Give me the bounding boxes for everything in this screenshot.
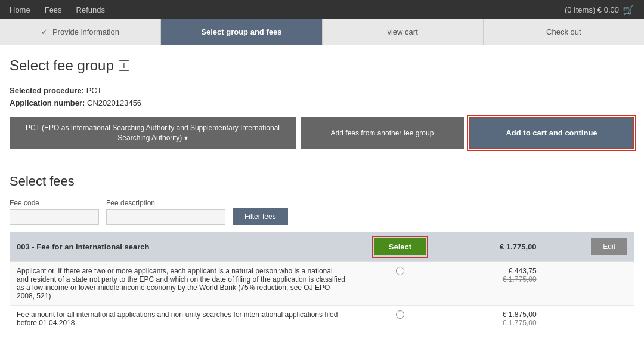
sub-price: € 443,75 xyxy=(454,267,537,275)
procedure-label: Selected procedure: xyxy=(10,86,84,95)
page-title-row: Select fee group i xyxy=(10,57,634,74)
filter-fees-button[interactable]: Filter fees xyxy=(233,208,288,225)
sub-row2-empty xyxy=(544,305,634,332)
step-view-cart-label: view cart xyxy=(387,27,417,36)
fee-description-group: Fee description xyxy=(106,199,225,225)
fee-select-cell: Select xyxy=(353,232,447,262)
sub2-strike-price: € 1.775,00 xyxy=(454,319,537,327)
app-num-value: CN2020123456 xyxy=(87,98,141,107)
sub-row-empty xyxy=(544,261,634,305)
main-content: Select fee group i Selected procedure: P… xyxy=(0,45,644,342)
fee-group-row: PCT (EPO as International Searching Auth… xyxy=(10,117,634,149)
table-row: Applicant or, if there are two or more a… xyxy=(10,261,634,305)
nav-links: Home Fees Refunds xyxy=(10,2,105,18)
select-fees-title: Select fees xyxy=(10,174,634,189)
sub-row-prices: € 443,75 € 1.775,00 xyxy=(447,261,544,305)
sub2-price: € 1.875,00 xyxy=(454,310,537,319)
sub-row2-prices: € 1.875,00 € 1.775,00 xyxy=(447,305,544,332)
cart-amount: (0 Items) € 0,00 xyxy=(565,5,619,14)
step-select-group-fees-label: Select group and fees xyxy=(201,27,281,36)
fee-edit-cell: Edit xyxy=(544,232,634,262)
cart-info: (0 Items) € 0,00 🛒 xyxy=(565,4,634,16)
step-view-cart[interactable]: view cart xyxy=(323,19,484,45)
divider xyxy=(10,164,634,164)
sub-row2-radio-cell xyxy=(353,305,447,332)
fee-description-label: Fee description xyxy=(106,199,225,207)
info-icon[interactable]: i xyxy=(119,60,129,71)
step-check-out[interactable]: Check out xyxy=(484,19,644,45)
add-fees-button[interactable]: Add fees from another fee group xyxy=(301,117,464,149)
app-num-label: Application number: xyxy=(10,98,85,107)
page-title: Select fee group xyxy=(10,57,114,74)
meta-section: Selected procedure: PCT Application numb… xyxy=(10,86,634,107)
fee-code-group: Fee code xyxy=(10,199,99,225)
nav-fees[interactable]: Fees xyxy=(45,2,62,18)
nav-home[interactable]: Home xyxy=(10,2,30,18)
cart-icon[interactable]: 🛒 xyxy=(623,4,634,16)
fee-table: 003 - Fee for an international search Se… xyxy=(10,232,634,332)
nav-refunds[interactable]: Refunds xyxy=(76,2,105,18)
step-provide-info[interactable]: ✓ Provide information xyxy=(0,19,161,45)
add-to-cart-button[interactable]: Add to cart and continue xyxy=(469,117,634,149)
radio-button[interactable] xyxy=(396,267,404,275)
table-row: Fee amount for all international applica… xyxy=(10,305,634,332)
edit-button[interactable]: Edit xyxy=(591,238,627,255)
step-checkmark: ✓ xyxy=(41,27,48,36)
step-provide-info-label: Provide information xyxy=(52,27,119,36)
procedure-row: Selected procedure: PCT xyxy=(10,86,634,95)
fee-filter-row: Fee code Fee description Filter fees xyxy=(10,199,634,225)
fee-code-label: Fee code xyxy=(10,199,99,207)
sub-strike-price: € 1.775,00 xyxy=(454,275,537,284)
sub-row-description: Applicant or, if there are two or more a… xyxy=(10,261,353,305)
fee-price: € 1.775,00 xyxy=(447,232,544,262)
sub-row-radio-cell xyxy=(353,261,447,305)
fee-description-input[interactable] xyxy=(106,209,225,225)
sub-row2-description: Fee amount for all international applica… xyxy=(10,305,353,332)
fee-group-button[interactable]: PCT (EPO as International Searching Auth… xyxy=(10,117,296,149)
table-row: 003 - Fee for an international search Se… xyxy=(10,232,634,262)
fee-code-input[interactable] xyxy=(10,209,99,225)
step-check-out-label: Check out xyxy=(546,27,581,36)
procedure-value: PCT xyxy=(86,86,102,95)
select-button[interactable]: Select xyxy=(374,238,426,255)
top-navigation: Home Fees Refunds (0 Items) € 0,00 🛒 xyxy=(0,0,644,19)
radio-button-2[interactable] xyxy=(396,310,404,319)
app-num-row: Application number: CN2020123456 xyxy=(10,98,634,107)
fee-title: 003 - Fee for an international search xyxy=(10,232,353,262)
step-bar: ✓ Provide information Select group and f… xyxy=(0,19,644,45)
step-select-group-fees[interactable]: Select group and fees xyxy=(161,19,322,45)
